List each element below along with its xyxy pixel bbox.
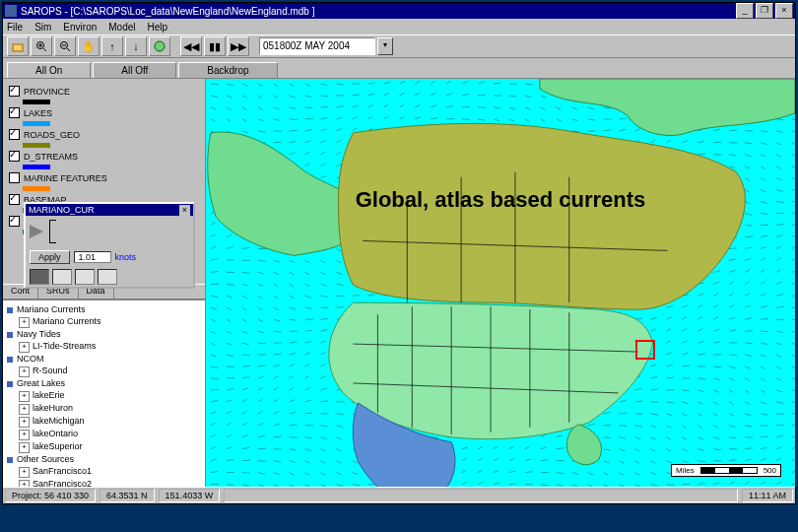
expand-icon[interactable]: +: [19, 480, 30, 487]
svg-line-90: [290, 107, 297, 109]
dialog-close-icon[interactable]: ×: [179, 205, 190, 216]
svg-line-879: [745, 343, 753, 344]
scale-value-field[interactable]: 1.01: [74, 251, 111, 263]
scale-value: 500: [764, 466, 776, 475]
svg-line-230: [698, 141, 704, 143]
svg-line-623: [305, 272, 309, 275]
svg-line-1252: [635, 461, 639, 464]
svg-line-242: [290, 153, 296, 155]
tab-all-on[interactable]: All On: [7, 62, 91, 78]
layer-checkbox[interactable]: [9, 216, 20, 227]
svg-line-1190: [258, 448, 266, 449]
expand-icon[interactable]: +: [19, 430, 30, 440]
svg-line-26: [478, 82, 485, 84]
globe-icon[interactable]: [149, 36, 170, 56]
color-slot[interactable]: [52, 269, 72, 285]
layer-checkbox[interactable]: [9, 151, 20, 162]
svg-line-1069: [745, 402, 750, 404]
svg-line-999: [242, 388, 248, 390]
close-button[interactable]: ×: [775, 3, 793, 19]
color-slot[interactable]: [75, 269, 95, 285]
minimize-button[interactable]: _: [736, 3, 754, 19]
layer-checkbox[interactable]: [9, 194, 20, 205]
maximize-button[interactable]: ❐: [756, 3, 773, 19]
tree-node[interactable]: +lakeHuron: [7, 402, 201, 415]
tree-label: Navy Tides: [17, 329, 61, 339]
expand-icon[interactable]: +: [19, 417, 30, 428]
target-marker[interactable]: [635, 340, 655, 360]
layer-checkbox[interactable]: [9, 86, 20, 97]
tree-node[interactable]: Great Lakes: [7, 377, 201, 389]
svg-line-987: [650, 376, 657, 378]
tree-node[interactable]: Navy Tides: [7, 328, 201, 340]
tree-node[interactable]: +lakeErie: [7, 389, 201, 402]
pan-icon[interactable]: ✋: [78, 36, 100, 56]
expand-icon[interactable]: +: [19, 317, 30, 328]
menu-sim[interactable]: Sim: [34, 22, 51, 33]
tree-node[interactable]: +Mariano Currents: [7, 315, 201, 328]
svg-line-27: [494, 83, 501, 84]
tree-node[interactable]: Other Sources: [7, 453, 201, 465]
expand-icon[interactable]: +: [19, 467, 30, 478]
tree-node[interactable]: +SanFrancisco1: [7, 465, 201, 478]
tree-node[interactable]: +LI-Tide-Streams: [7, 340, 201, 353]
layer-label: MARINE FEATURES: [24, 173, 107, 183]
tree-node[interactable]: +R-Sound: [7, 365, 201, 377]
open-icon[interactable]: [7, 36, 29, 56]
svg-line-737: [305, 307, 312, 308]
date-dropdown-icon[interactable]: ▾: [377, 37, 393, 55]
play-fwd-icon[interactable]: ▶▶: [228, 36, 249, 56]
svg-line-1214: [635, 449, 640, 451]
svg-line-136: [415, 117, 421, 119]
expand-icon[interactable]: +: [19, 366, 30, 377]
tab-all-off[interactable]: All Off: [93, 62, 176, 78]
source-tree[interactable]: Mariano Currents+Mariano CurrentsNavy Ti…: [3, 299, 205, 487]
layer-checkbox[interactable]: [9, 172, 20, 183]
svg-line-1188: [227, 447, 233, 449]
tree-node[interactable]: +lakeSuperior: [7, 440, 201, 453]
map-canvas[interactable]: Global, atlas based currents Miles 500: [206, 79, 795, 487]
arrow-down-icon[interactable]: ↓: [125, 36, 147, 56]
color-slot[interactable]: [30, 269, 49, 285]
tree-node[interactable]: +lakeOntario: [7, 428, 201, 440]
currents-dialog[interactable]: MARIANO_CUR × Apply 1.01 knots: [24, 202, 195, 289]
svg-line-1319: [494, 483, 500, 485]
arrow-up-icon[interactable]: ↑: [101, 36, 123, 56]
svg-line-16: [321, 84, 328, 86]
svg-line-1113: [242, 423, 247, 425]
title-bar[interactable]: SAROPS - [C:\SAROPS\Loc_data\NewEngland\…: [3, 3, 795, 19]
expand-icon[interactable]: +: [19, 404, 30, 415]
svg-line-125: [242, 119, 247, 121]
svg-line-1270: [321, 473, 325, 475]
zoom-out-icon[interactable]: [54, 36, 76, 56]
color-slot[interactable]: [98, 269, 117, 285]
tree-node[interactable]: Mariano Currents: [7, 303, 201, 315]
zoom-in-icon[interactable]: [31, 36, 52, 56]
svg-line-1328: [635, 485, 641, 487]
svg-line-348: [761, 178, 765, 180]
tree-node[interactable]: NCOM: [7, 353, 201, 365]
svg-line-877: [713, 342, 720, 343]
expand-icon[interactable]: +: [19, 342, 30, 353]
layer-checkbox[interactable]: [9, 107, 20, 118]
svg-line-229: [682, 141, 688, 143]
date-field[interactable]: 051800Z MAY 2004: [259, 37, 375, 55]
expand-icon[interactable]: +: [19, 391, 30, 402]
tree-node[interactable]: +SanFrancisco2: [7, 478, 201, 487]
tree-node[interactable]: +lakeMichigan: [7, 415, 201, 428]
menu-environ[interactable]: Environ: [63, 22, 97, 33]
svg-line-1140: [666, 426, 671, 428]
menu-model[interactable]: Model: [108, 22, 135, 33]
expand-icon[interactable]: +: [19, 442, 30, 453]
svg-point-8: [155, 41, 165, 51]
menu-help[interactable]: Help: [148, 22, 168, 33]
svg-line-813: [305, 330, 313, 331]
svg-line-142: [509, 119, 514, 121]
pause-icon[interactable]: ▮▮: [204, 36, 226, 56]
menu-file[interactable]: File: [7, 22, 23, 33]
svg-line-59: [399, 93, 404, 95]
tab-backdrop[interactable]: Backdrop: [178, 62, 277, 78]
layer-checkbox[interactable]: [9, 129, 20, 140]
apply-button[interactable]: Apply: [30, 250, 70, 264]
play-rev-icon[interactable]: ◀◀: [180, 36, 202, 56]
